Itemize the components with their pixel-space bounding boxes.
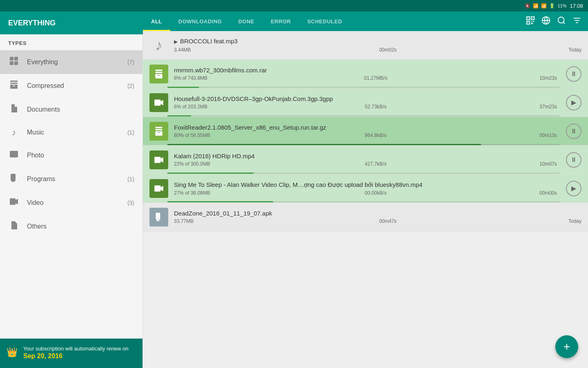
svg-rect-13: [12, 181, 14, 182]
file-icon-music: ♪: [149, 36, 168, 55]
svg-point-14: [13, 180, 13, 181]
download-item-3: Housefull-3-2016-DVDSCR–3gp-OkPunjab.Com…: [143, 88, 588, 117]
svg-rect-31: [158, 75, 160, 76]
file-time-6: 00m00s: [516, 190, 557, 196]
file-meta-4: 80% of 58.55MB 964.8kB/s 00m13s: [174, 132, 557, 138]
download-item-5: Kalam (2016) HDRip HD.mp4 22% of 300.0MB…: [143, 146, 588, 174]
item-action-5[interactable]: ⏸: [566, 152, 581, 168]
play-button-3[interactable]: ▶: [566, 95, 581, 110]
file-meta-5: 22% of 300.0MB 427.7kB/s 10m07s: [174, 161, 557, 167]
file-speed-1: 00m02s: [235, 47, 541, 53]
item-action-2[interactable]: ⏸: [566, 66, 581, 82]
progress-bar-3: [167, 115, 559, 117]
svg-rect-5: [10, 83, 18, 84]
sidebar-count-music: (1): [127, 129, 134, 136]
battery-icon: 🔋: [549, 3, 555, 9]
svg-rect-43: [157, 220, 160, 221]
grid-icon: [8, 56, 20, 68]
svg-marker-33: [160, 100, 163, 105]
file-name-2: rmrmm.wb72_300mbfilms.com.rar: [174, 67, 557, 74]
item-action-6[interactable]: ▶: [566, 181, 581, 196]
music-icon: ♪: [8, 127, 20, 138]
filter-icon[interactable]: [572, 16, 581, 27]
svg-rect-38: [154, 157, 160, 163]
file-time-2: 10m23s: [516, 75, 557, 81]
file-name-1: BROCCOLI feat.mp3: [180, 38, 238, 45]
download-item-6: Sing Me To Sleep - Alan Walker Video Cli…: [143, 174, 588, 203]
download-list: ♪ ▶ BROCCOLI feat.mp3 3.44MB 00m02s Toda…: [143, 31, 588, 368]
file-size-7: 33.77MB: [174, 218, 235, 224]
add-fab[interactable]: +: [555, 335, 578, 358]
svg-rect-32: [154, 99, 160, 105]
mute-icon: 🔇: [525, 3, 530, 9]
svg-rect-30: [155, 74, 162, 79]
file-icon-video-5: [149, 150, 168, 169]
svg-point-11: [11, 153, 13, 154]
file-icon: [8, 220, 20, 233]
item-action-3[interactable]: ▶: [566, 95, 581, 110]
vip-text: Your subscription will automatically ren…: [23, 345, 128, 352]
svg-rect-4: [10, 81, 18, 82]
svg-point-44: [158, 218, 158, 219]
sidebar-item-music[interactable]: ♪ Music (1): [0, 121, 143, 144]
file-size-6: 27% of 38.08MB: [174, 190, 235, 196]
svg-rect-34: [155, 127, 162, 128]
svg-rect-3: [14, 61, 18, 65]
tab-downloading[interactable]: DOWNLOADING: [170, 11, 230, 31]
file-name-5: Kalam (2016) HDRip HD.mp4: [174, 153, 557, 159]
play-button-6[interactable]: ▶: [566, 181, 581, 196]
file-info-5: Kalam (2016) HDRip HD.mp4 22% of 300.0MB…: [174, 153, 557, 167]
progress-bar-4: [167, 144, 559, 145]
pause-button-4[interactable]: ⏸: [566, 123, 581, 139]
content-wrapper: ♪ ▶ BROCCOLI feat.mp3 3.44MB 00m02s Toda…: [143, 31, 588, 368]
file-meta-1: 3.44MB 00m02s Today: [174, 47, 581, 53]
sidebar-item-others[interactable]: Others: [0, 215, 143, 238]
file-size-2: 8% of 743.8MB: [174, 75, 235, 81]
file-meta-6: 27% of 38.08MB 00.00kB/s 00m00s: [174, 190, 557, 196]
sidebar-item-compressed[interactable]: Compressed (2): [0, 74, 143, 98]
svg-rect-22: [528, 22, 529, 23]
vip-date: Sep 20, 2016: [23, 352, 128, 360]
tab-scheduled[interactable]: SCHEDULED: [299, 11, 350, 31]
sidebar-item-everything[interactable]: Everything (7): [0, 50, 143, 74]
svg-rect-1: [14, 57, 18, 61]
progress-fill-4: [167, 144, 481, 145]
vip-icon: 👑: [7, 347, 18, 358]
search-icon[interactable]: [557, 16, 566, 27]
file-speed-4: 964.8kB/s: [235, 132, 516, 138]
item-action-4[interactable]: ⏸: [566, 123, 581, 139]
tab-error[interactable]: ERROR: [263, 11, 299, 31]
pause-button-5[interactable]: ⏸: [566, 152, 581, 168]
file-size-5: 22% of 300.0MB: [174, 161, 235, 167]
status-time: 17:08: [570, 3, 583, 9]
file-name-7: DeadZone_2016_01_11_19_07.apk: [174, 210, 581, 217]
sidebar-item-photo[interactable]: Photo: [0, 144, 143, 167]
file-icon-archive-2: [149, 65, 168, 83]
svg-marker-16: [16, 199, 18, 204]
tabs-bar: ALL DOWNLOADING DONE ERROR SCHEDULED: [143, 11, 588, 31]
file-time-5: 10m07s: [516, 161, 557, 167]
tab-all[interactable]: ALL: [143, 11, 170, 31]
tab-actions: [526, 11, 588, 31]
svg-rect-6: [10, 85, 18, 89]
main-content: ALL DOWNLOADING DONE ERROR SCHEDULED: [143, 11, 588, 368]
file-icon-app-7: [149, 208, 168, 227]
video-icon: [8, 197, 20, 209]
photo-icon: [8, 149, 20, 162]
pause-button-2[interactable]: ⏸: [566, 66, 581, 82]
sidebar-item-programs[interactable]: Programs (1): [0, 167, 143, 191]
download-item-1: ♪ ▶ BROCCOLI feat.mp3 3.44MB 00m02s Toda…: [143, 31, 588, 60]
tab-done[interactable]: DONE: [230, 11, 263, 31]
file-meta-2: 8% of 743.8MB 01.27MB/s 10m23s: [174, 75, 557, 81]
qr-icon[interactable]: [526, 16, 535, 27]
sidebar-label-others: Others: [27, 223, 127, 230]
sidebar-item-documents[interactable]: Documents: [0, 98, 143, 121]
globe-icon[interactable]: [541, 16, 550, 27]
file-info-3: Housefull-3-2016-DVDSCR–3gp-OkPunjab.Com…: [174, 95, 557, 110]
wifi-icon: 📶: [533, 3, 539, 9]
svg-rect-35: [155, 129, 162, 130]
sidebar-item-video[interactable]: Video (3): [0, 191, 143, 215]
file-icon-video-3: [149, 93, 168, 112]
sidebar-label-video: Video: [27, 199, 120, 206]
types-header: Types: [0, 34, 143, 50]
